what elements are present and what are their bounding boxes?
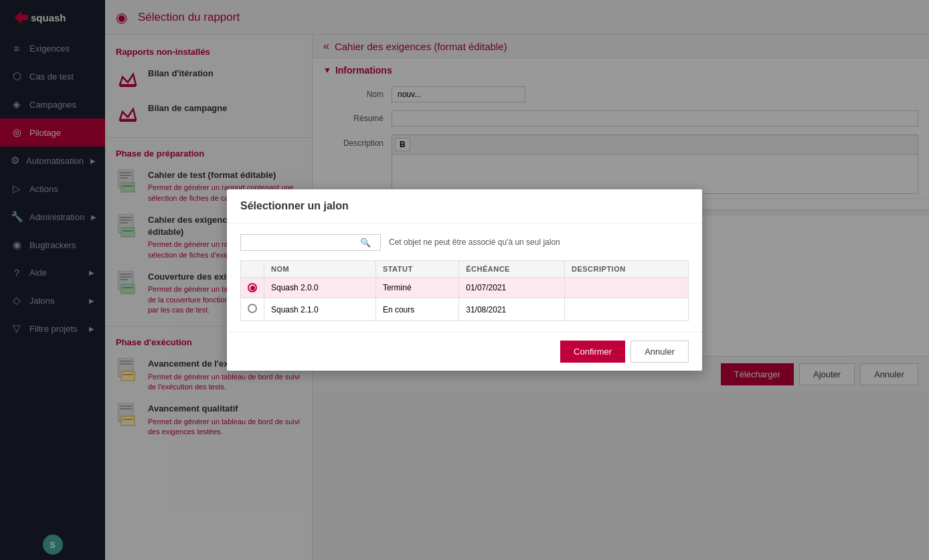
- row2-radio-cell: [241, 298, 264, 321]
- modal-table: NOM STATUT ÉCHÉANCE DESCRIPTION Squash 2…: [240, 260, 689, 322]
- modal-col-nom: NOM: [264, 260, 376, 277]
- modal-footer: Confirmer Annuler: [227, 332, 702, 371]
- row1-echeance: 01/07/2021: [459, 277, 565, 298]
- row2-nom: Squash 2.1.0: [264, 298, 376, 321]
- row1-description: [565, 277, 689, 298]
- row2-echeance: 31/08/2021: [459, 298, 565, 321]
- row2-statut: En cours: [375, 298, 458, 321]
- row1-radio-cell: [241, 277, 264, 298]
- modal-search-container: 🔍: [240, 234, 381, 251]
- modal-title: Sélectionner un jalon: [227, 189, 702, 223]
- row2-radio-btn[interactable]: [248, 304, 257, 313]
- modal-selectioner-jalon: Sélectionner un jalon 🔍 Cet objet ne peu…: [227, 189, 702, 371]
- table-row[interactable]: Squash 2.1.0 En cours 31/08/2021: [241, 298, 689, 321]
- modal-search-row: 🔍 Cet objet ne peut être associé qu'à un…: [240, 234, 689, 251]
- row1-statut: Terminé: [375, 277, 458, 298]
- row2-description: [565, 298, 689, 321]
- modal-table-body: Squash 2.0.0 Terminé 01/07/2021 Squash 2…: [241, 277, 689, 321]
- modal-cancel-button[interactable]: Annuler: [630, 341, 689, 363]
- modal-col-radio: [241, 260, 264, 277]
- modal-search-input[interactable]: [246, 238, 360, 248]
- modal-hint: Cet objet ne peut être associé qu'à un s…: [389, 238, 560, 247]
- modal-search-icon: 🔍: [360, 238, 371, 248]
- modal-confirm-button[interactable]: Confirmer: [560, 341, 625, 363]
- modal-col-description: DESCRIPTION: [565, 260, 689, 277]
- modal-overlay: Sélectionner un jalon 🔍 Cet objet ne peu…: [0, 0, 929, 560]
- table-row[interactable]: Squash 2.0.0 Terminé 01/07/2021: [241, 277, 689, 298]
- modal-col-statut: STATUT: [375, 260, 458, 277]
- row1-nom: Squash 2.0.0: [264, 277, 376, 298]
- row1-radio-btn[interactable]: [248, 283, 257, 292]
- modal-body: 🔍 Cet objet ne peut être associé qu'à un…: [227, 223, 702, 333]
- modal-col-echeance: ÉCHÉANCE: [459, 260, 565, 277]
- modal-table-header: NOM STATUT ÉCHÉANCE DESCRIPTION: [241, 260, 689, 277]
